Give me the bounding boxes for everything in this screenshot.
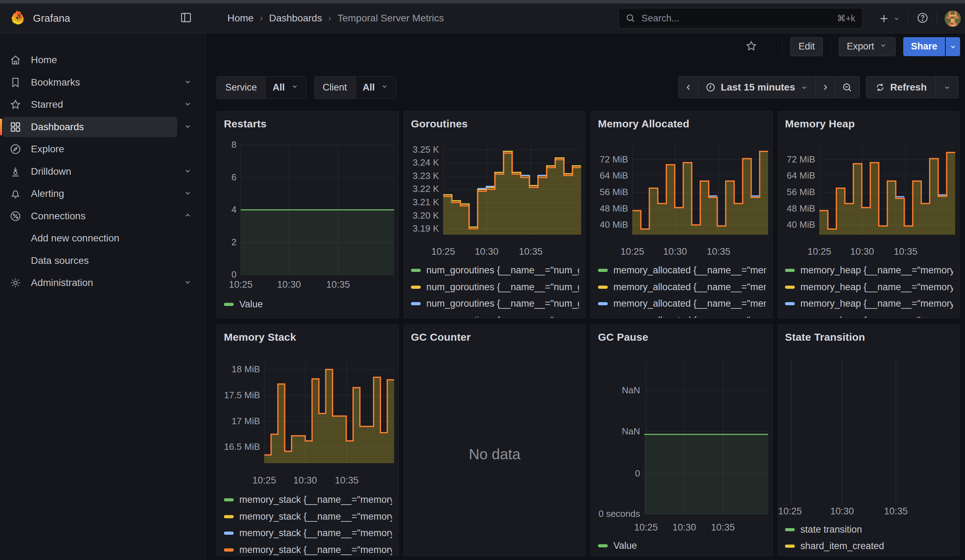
sidebar-item-add-new-connection[interactable]: Add new connection [0,228,206,248]
legend-item[interactable]: memory_heap {__name__="memory_h [785,282,953,292]
panel-title[interactable]: GC Counter [411,331,471,343]
share-button[interactable]: Share [903,37,945,56]
chevron-down-icon [879,41,887,52]
variable-service-label: Service [217,77,266,99]
sidebar-item-drilldown[interactable]: Drilldown [0,162,206,182]
y-axis-tick-label: 64 MiB [591,170,628,181]
legend-series-label: memory_stack {__name__="memory_s [239,545,392,555]
panel-memory-stack: Memory Stack16.5 MiB17 MiB17.5 MiB18 MiB… [216,325,399,556]
y-axis-tick-label: NaN [591,385,640,396]
y-axis-tick-label: 0 seconds [591,508,640,519]
x-axis-tick-label: 10:30 [837,247,887,257]
sidebar-item-alerting[interactable]: Alerting [0,183,206,204]
search-box[interactable]: ⌘+k [619,8,862,28]
refresh-icon [875,82,885,93]
compass-icon [9,143,22,155]
breadcrumb-separator: › [260,13,263,23]
sidebar-item-connections[interactable]: Connections [0,206,206,226]
legend-item[interactable]: state transition [785,524,953,535]
legend-item[interactable]: memory_stack {__name__="memory_s [224,511,392,522]
plus-icon [878,13,890,24]
main-header: Home › Dashboards › Temporal Server Metr… [206,3,965,33]
panel-title[interactable]: Memory Heap [785,118,855,130]
y-axis-tick-label: 72 MiB [778,154,815,165]
x-axis-tick-label: 10:35 [881,247,930,257]
panel-title[interactable]: Memory Allocated [598,118,690,130]
legend-item[interactable]: memory_allocated {__name__="memo [598,282,766,292]
legend-series-label: memory_allocated {__name__="memo [613,282,766,292]
legend-item[interactable]: shard_item_created [785,541,953,552]
sidebar-item-label: Bookmarks [31,77,80,88]
help-button[interactable] [916,11,929,26]
panel-title[interactable]: GC Pause [598,331,648,343]
legend-series-label: memory_heap {__name__="memory_h [800,265,953,276]
legend-item[interactable]: memory_allocated {__name__="memo [598,315,766,318]
refresh-interval-dropdown[interactable] [936,76,959,98]
add-new-button[interactable] [878,13,900,24]
search-input[interactable] [641,13,837,24]
link-icon [9,210,22,222]
sidebar-item-label: Dashboards [31,121,84,132]
sidebar-item-explore[interactable]: Explore [0,139,206,159]
breadcrumb-home[interactable]: Home [227,13,254,24]
legend-item[interactable]: memory_stack {__name__="memory_s [224,495,392,505]
sidebar-item-home[interactable]: Home [0,50,206,70]
breadcrumb-dashboards[interactable]: Dashboards [269,13,322,24]
time-shift-forward-button[interactable] [816,76,835,98]
sidebar-item-administration[interactable]: Administration [0,273,206,293]
legend-item[interactable]: memory_allocated {__name__="memo [598,265,766,276]
variable-client-value[interactable]: All [356,77,396,99]
panel-title[interactable]: Goroutines [411,118,468,130]
sidebar-item-data-sources[interactable]: Data sources [0,250,206,271]
time-shift-back-button[interactable] [678,76,698,98]
x-axis-tick-label: 10:35 [322,475,371,486]
legend-item[interactable]: num_goroutines {__name__="num_go [411,265,579,276]
legend-item[interactable]: num_goroutines {__name__="num_go [411,282,579,292]
x-axis-tick-label: 10:35 [871,506,921,517]
search-shortcut-badge: ⌘+k [837,13,855,23]
refresh-button[interactable]: Refresh [866,76,936,98]
export-button[interactable]: Export [839,37,896,56]
sidebar-toggle-icon[interactable] [179,11,193,26]
legend-item[interactable]: memory_stack {__name__="memory_s [224,545,392,555]
panel-title[interactable]: Memory Stack [224,331,296,343]
legend-item[interactable]: memory_heap {__name__="memory_h [785,265,953,276]
sidebar-item-label: Alerting [31,188,64,199]
legend-item[interactable]: memory_heap {__name__="memory_h [785,298,953,309]
home-icon [9,54,22,66]
legend-series-marker [224,498,234,501]
header-actions [878,3,961,33]
x-axis-tick-label: 10:25 [778,506,815,517]
legend-item[interactable]: Value [598,540,766,551]
panel-title[interactable]: Restarts [224,118,267,130]
edit-button[interactable]: Edit [790,37,823,56]
sidebar-item-label: Explore [31,144,64,155]
x-axis-tick-label: 10:30 [818,506,867,517]
time-range-picker[interactable]: Last 15 minutes [698,76,816,98]
chart-canvas [791,360,955,505]
zoom-out-button[interactable] [835,76,860,98]
legend-item[interactable]: memory_allocated {__name__="memo [598,298,766,309]
legend-item[interactable]: memory_stack {__name__="memory_s [224,528,392,539]
legend-item[interactable]: memory_heap {__name__="memory_h [785,315,953,318]
sidebar-item-dashboards[interactable]: Dashboards [0,117,206,137]
legend-item[interactable]: Value [224,299,392,310]
dashboard-toolbar: Edit Export Share [206,33,965,60]
sidebar-item-starred[interactable]: Starred [0,95,206,115]
y-axis-tick-label: NaN [591,426,640,437]
variable-service-value[interactable]: All [266,77,306,99]
legend-item[interactable]: num_goroutines {__name__="num_go [411,298,579,309]
legend-item[interactable]: num_goroutines {__name__="num_go [411,315,579,318]
favorite-star-icon[interactable] [745,40,757,54]
legend-series-marker [785,286,795,289]
user-avatar[interactable] [945,11,961,27]
chart-canvas [264,362,394,463]
window-top-strip [0,0,965,3]
legend-series-marker [224,532,234,535]
share-dropdown-button[interactable] [946,37,960,56]
panel-title[interactable]: State Transition [785,331,865,343]
x-axis-tick-label: 10:35 [694,247,743,257]
chevron-down-icon [183,278,192,288]
brand-header: Grafana [0,3,206,33]
sidebar-item-bookmarks[interactable]: Bookmarks [0,72,206,93]
